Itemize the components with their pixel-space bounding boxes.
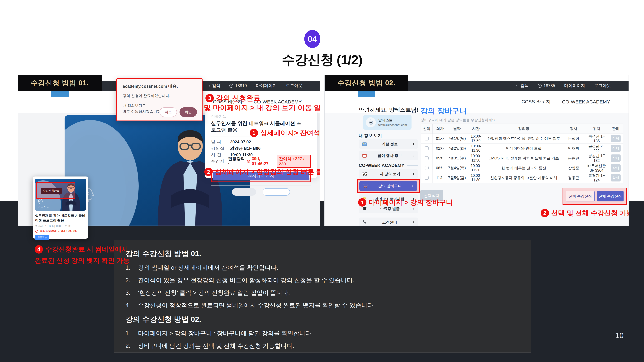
- apply-selected-button[interactable]: 선택 수강신청: [566, 191, 594, 201]
- ai-gear-head-icon: [38, 198, 43, 205]
- cart-cell: 08차: [432, 163, 447, 173]
- annotation-popup-note-line1: 3 강의 신청완료: [206, 93, 260, 103]
- instruction-box: 강의 수강신청 방법 01. 1.강의 썸네일 or 상세페이지에서 잔여석을 …: [114, 240, 531, 353]
- nav-logout[interactable]: 로그아웃: [594, 83, 611, 88]
- cart-column-header: 강사: [562, 124, 585, 134]
- sidebar-item-course-cart[interactable]: 강의 장바구니: [359, 181, 417, 191]
- annotation-apply-all-note: 2 선택 및 전체 수강신청 가능: [541, 209, 629, 218]
- cart-cell: 봉경관 1F 124: [585, 173, 608, 183]
- cart-cell: 10:00-11:30: [466, 143, 485, 153]
- cart-cell: 7월4일(목): [447, 163, 466, 173]
- cart-cell: 10:00-11:30: [466, 153, 485, 163]
- row-checkbox[interactable]: [425, 176, 428, 180]
- chevron-right-icon: [412, 143, 415, 145]
- cart-cell: 7월5일(금): [447, 173, 466, 183]
- cart-cell: 빅데이터와 언어 모델: [485, 143, 562, 153]
- seat-timer: 39d, 01:46:27: [252, 156, 275, 166]
- sidebar-item-basic-info[interactable]: 기본 정보: [359, 139, 418, 149]
- chevron-right-icon: [412, 154, 415, 157]
- badge-highlight-box: 수강신청완료: [36, 182, 75, 199]
- nav-counter: 18785: [538, 83, 555, 88]
- thumbnail-course-title: 실무인재를 위한 네트워크 시뮬레이션 프로그램 활용: [35, 213, 86, 223]
- cart-page-title: 강의 장바구니: [420, 106, 467, 116]
- thumbnail-image: 수강신청완료 인공지능: [35, 179, 86, 211]
- sidebar-item-my-courses[interactable]: 내 강의 보기: [359, 169, 418, 179]
- id-card-icon: [362, 141, 367, 147]
- popup-cancel-button[interactable]: 취소: [160, 107, 177, 117]
- clock-icon: [247, 159, 250, 163]
- alert-popup: academy.cossnet.com 내용: 강의 신청이 완료되었습니다. …: [116, 78, 202, 121]
- cart-cell: 문현원: [562, 153, 585, 163]
- row-delete-button[interactable]: 삭제: [611, 145, 621, 152]
- cart-highlight-box: 강의 장바구니: [357, 179, 420, 193]
- row-delete-button[interactable]: 삭제: [611, 135, 621, 142]
- cart-table-row: 08차7월4일(목)10:00-11:30한 번에 배우는 전파와 통신장병준바…: [421, 163, 623, 173]
- cart-column-header: 관리: [608, 124, 623, 134]
- sidebar-section-my-info: 내 정보 보기: [359, 133, 418, 138]
- method1-title: 강의 수강신청 방법 01.: [126, 249, 520, 259]
- profile-email: test03@cossnet.com: [378, 123, 407, 127]
- course-category: 인공지능: [211, 114, 311, 119]
- nav-logout[interactable]: 로그아웃: [286, 83, 302, 88]
- cart-cell: 01차: [432, 134, 447, 143]
- active-tab-indicator: [51, 91, 68, 97]
- annotation-popup-note-line2: 및 마이페이지 > 내 강의 보기 이동 알림 팝업: [204, 103, 320, 112]
- cart-column-header: 위치: [585, 124, 608, 134]
- course-room-row: 강의실 의양관 B1F B06: [211, 145, 311, 152]
- cart-cell: 7월2일(화): [447, 143, 466, 153]
- apply-all-button[interactable]: 전체 수강신청: [597, 191, 624, 201]
- share-button[interactable]: [262, 188, 290, 196]
- cart-table-row: 02차7월2일(화)10:00-11:30빅데이터와 언어 모델박재휘봉경관 2…: [421, 143, 623, 153]
- nav-search[interactable]: 검색: [516, 83, 529, 88]
- instruction-item: 1.마이페이지 > 강의 장바구니 : 장바구니에 담긴 강의를 확인합니다.: [126, 330, 520, 337]
- instruction-item: 2.장바구니에 담긴 강의는 선택 및 전체 수강신청 가능합니다.: [126, 342, 520, 350]
- sidebar-item-event-info[interactable]: 17 참여 행사 정보: [359, 151, 418, 160]
- course-thumbnail-card[interactable]: 수강신청완료 인공지능 실무인재를 위한 네트워크 시뮬레이션 프로그램 활용 …: [33, 176, 88, 239]
- screenshot-method-02: 검색 18785 마이페이지 로그아웃 CCSS 라운지 CO-WEEK ACA…: [324, 75, 629, 226]
- cart-cell: 10:00-11:30: [466, 163, 485, 173]
- page-number: 10: [615, 331, 624, 340]
- popup-title: academy.cossnet.com 내용:: [123, 83, 196, 89]
- cart-table-row: 11차7월5일(금)10:00-11:30친환경자동차 종류와 고전압 계통의 …: [421, 173, 623, 183]
- nav-coweek-academy[interactable]: CO-WEEK ACADEMY: [562, 99, 610, 105]
- cart-table-row: 01차7월1일(월)16:00-17:30산업현장 텍스트마이닝: 규정 준수 …: [421, 134, 623, 143]
- row-delete-button[interactable]: 삭제: [611, 154, 621, 162]
- nav-counter-value: 18810: [235, 83, 247, 88]
- row-checkbox[interactable]: [425, 166, 428, 170]
- row-checkbox[interactable]: [425, 156, 428, 160]
- category-pill: 인공지능: [35, 235, 49, 240]
- alarm-clock-icon: [35, 230, 38, 233]
- row-checkbox[interactable]: [425, 137, 428, 140]
- sidebar-section-academy: CO-WEEK ACADEMY: [359, 163, 418, 168]
- cart-cell: 봉경관 1F 135: [585, 134, 608, 143]
- cart-column-header: 회차: [432, 124, 447, 134]
- course-seats-row: 수강자 현장강의 : 39d, 01:46:27 잔여석 : 227 / 230: [211, 158, 311, 164]
- cart-column-header: 날짜: [447, 124, 466, 134]
- cart-cell: 7월1일(월): [447, 134, 466, 143]
- list-button[interactable]: [232, 188, 256, 196]
- greeting: 안녕하세요, 양테스트님!: [359, 106, 418, 114]
- method2-list: 1.마이페이지 > 강의 장바구니 : 장바구니에 담긴 강의를 확인합니다.2…: [126, 330, 520, 350]
- nav-mypage[interactable]: 마이페이지: [256, 83, 277, 88]
- row-checkbox[interactable]: [425, 146, 428, 150]
- annotation-apply-note: 2 상세페이지 > 현장강의 신청 버튼 클릭: [204, 167, 320, 176]
- nav-coss-lounge[interactable]: CCSS 라운지: [522, 98, 551, 105]
- profile-card: 양테스트 test03@cossnet.com: [363, 115, 412, 130]
- cart-cell: 문성현: [562, 134, 585, 143]
- cart-cell: 봉경관 1F 132: [585, 153, 608, 163]
- cart-cell: 10:00-11:30: [466, 173, 485, 183]
- row-delete-button[interactable]: 삭제: [611, 174, 621, 181]
- eyes-icon: [362, 172, 368, 176]
- search-icon: [516, 85, 518, 87]
- annotation-cart-note: 1 마이페이지 > 강의 장바구니: [358, 198, 453, 207]
- popup-confirm-button[interactable]: 확인: [180, 107, 197, 117]
- sidebar-item-support[interactable]: 고객센터: [359, 218, 418, 226]
- course-date-row: 날 짜 2024.07.02: [211, 139, 311, 145]
- nav-counter-value: 18785: [544, 83, 555, 88]
- annotation-seats-note: 1 상세페이지> 잔여석 확인: [250, 128, 320, 137]
- row-delete-button[interactable]: 삭제: [611, 164, 621, 172]
- nav-search[interactable]: 검색: [208, 83, 220, 88]
- chevron-right-icon: [412, 173, 415, 175]
- nav-mypage[interactable]: 마이페이지: [564, 83, 585, 88]
- chevron-right-icon: [412, 185, 414, 187]
